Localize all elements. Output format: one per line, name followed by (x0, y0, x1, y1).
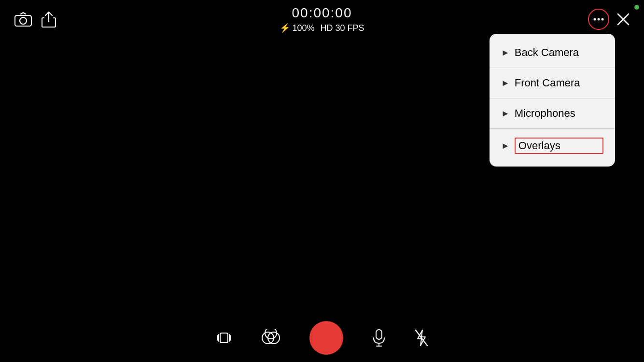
overlays-label: Overlays (515, 138, 603, 154)
svg-rect-15 (376, 330, 382, 339)
share-button[interactable] (42, 11, 56, 28)
top-bar: 00:00:00 ⚡ 100% HD 30 FPS (0, 0, 644, 39)
svg-rect-7 (220, 333, 228, 343)
back-camera-label: Back Camera (515, 46, 603, 59)
svg-point-3 (598, 18, 600, 21)
chevron-icon: ► (501, 141, 510, 151)
status-row: ⚡ 100% HD 30 FPS (280, 23, 364, 33)
chevron-icon: ► (501, 109, 510, 119)
battery-percent: 100% (292, 23, 314, 33)
chevron-icon: ► (501, 48, 510, 58)
menu-item-microphones[interactable]: ► Microphones (490, 98, 615, 129)
menu-item-front-camera[interactable]: ► Front Camera (490, 68, 615, 98)
battery-status: ⚡ 100% (280, 23, 314, 33)
menu-item-overlays[interactable]: ► Overlays (490, 129, 615, 163)
microphones-label: Microphones (515, 107, 603, 120)
bottom-toolbar (0, 314, 644, 362)
color-filter-button[interactable] (261, 329, 280, 347)
timer-display: 00:00:00 (280, 5, 364, 21)
svg-point-4 (602, 18, 604, 21)
vibrate-button[interactable] (216, 330, 232, 346)
fps-display: HD 30 FPS (321, 23, 364, 33)
front-camera-label: Front Camera (515, 77, 603, 89)
flash-button[interactable] (415, 329, 428, 347)
more-options-button[interactable] (588, 9, 609, 30)
chevron-icon: ► (501, 78, 510, 88)
top-right-controls (588, 9, 630, 30)
menu-item-back-camera[interactable]: ► Back Camera (490, 38, 615, 68)
dropdown-menu: ► Back Camera ► Front Camera ► Microphon… (490, 34, 615, 167)
top-center: 00:00:00 ⚡ 100% HD 30 FPS (280, 5, 364, 33)
battery-icon: ⚡ (280, 23, 290, 33)
svg-point-1 (20, 17, 27, 24)
camera-flip-button[interactable] (14, 12, 32, 27)
svg-point-2 (594, 18, 596, 21)
microphone-button[interactable] (372, 329, 386, 347)
close-button[interactable] (617, 13, 630, 26)
top-left-controls (14, 11, 56, 28)
svg-point-14 (265, 329, 277, 339)
record-button[interactable] (309, 321, 343, 355)
